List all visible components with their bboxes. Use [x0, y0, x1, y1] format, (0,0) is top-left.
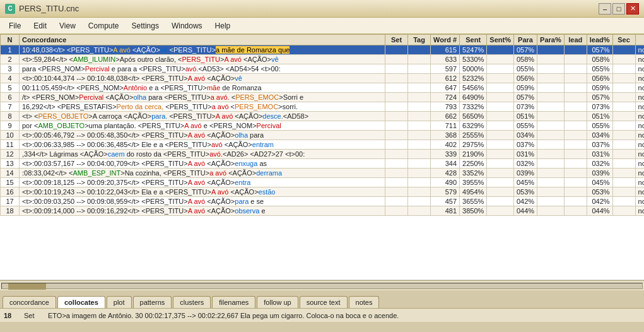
tab-collocates[interactable]: collocates: [57, 296, 105, 308]
cell-para: 042%: [513, 197, 537, 206]
cell-sent: 2250%: [460, 159, 487, 169]
status-bar: 18 Set ETO>a imagem de Antônio. 30 00:02…: [0, 308, 644, 322]
tab-filenames[interactable]: filenames: [212, 296, 255, 308]
table-row[interactable]: 110:48,038</t> <PERS_TITU>A avó <AÇÃO>vê…: [1, 45, 645, 55]
col-parapct[interactable]: Para%: [537, 35, 565, 45]
col-para[interactable]: Para: [513, 35, 537, 45]
col-leadpct[interactable]: lead%: [587, 35, 612, 45]
cell-concordance: <t>:00:06:33,985 --> 00:06:36,485</t> El…: [20, 140, 385, 150]
cell-sec: [612, 178, 635, 187]
cell-sentpct: [487, 197, 514, 206]
cell-sentpct: [487, 93, 514, 102]
cell-lead: [564, 159, 587, 169]
table-row[interactable]: 11<t>:00:06:33,985 --> 00:06:36,485</t> …: [1, 140, 645, 150]
tab-source-text[interactable]: source text: [300, 296, 348, 308]
table-row[interactable]: 15<t>:00:09:18,125 --> 00:09:20,375</t> …: [1, 178, 645, 187]
cell-word: 711: [431, 121, 460, 131]
col-n[interactable]: N: [1, 35, 20, 45]
table-row[interactable]: 18<t>:00:09:14,000 --> 00:09:16,292</t> …: [1, 206, 645, 216]
cell-n: 4: [1, 74, 20, 83]
cell-sentpct: [487, 206, 514, 216]
scroll-track[interactable]: [1, 283, 643, 289]
titlebar-left: C PERS_TITU.cnc: [5, 4, 79, 14]
cell-concordance: ,334</t> Lágrimas <AÇÃO>caem do rosto da…: [20, 150, 385, 159]
table-row[interactable]: 10<t>:00:05:46,792 --> 00:05:48,350</t> …: [1, 131, 645, 140]
col-concordance[interactable]: Concordance: [20, 35, 385, 45]
cell-para: 039%: [513, 169, 537, 178]
tab-clusters[interactable]: clusters: [173, 296, 211, 308]
col-lead[interactable]: lead: [564, 35, 587, 45]
table-row[interactable]: 16<t>:00:10:19,243 --> 00:10:22,043</t> …: [1, 187, 645, 197]
tab-notes[interactable]: notes: [349, 296, 380, 308]
menu-file[interactable]: File: [3, 20, 27, 32]
cell-para: 031%: [513, 150, 537, 159]
cell-sec: [612, 102, 635, 112]
cell-lead: [564, 83, 587, 93]
menu-compute[interactable]: Compute: [82, 20, 126, 32]
menu-settings[interactable]: Settings: [126, 20, 165, 32]
col-word[interactable]: Word #: [431, 35, 460, 45]
close-button[interactable]: ✕: [626, 3, 639, 15]
cell-lead: [564, 140, 587, 150]
tab-patterns[interactable]: patterns: [133, 296, 172, 308]
col-sec[interactable]: Sec: [612, 35, 635, 45]
col-tag[interactable]: Tag: [408, 35, 431, 45]
cell-secpct: notado_2002_EA: [635, 187, 644, 197]
cell-parapct: [537, 197, 565, 206]
table-row[interactable]: 716,292</t> <PERS_ESTAFIS>Perto da cerca…: [1, 102, 645, 112]
cell-lead: [564, 121, 587, 131]
cell-para: 051%: [513, 112, 537, 121]
cell-para: 057%: [513, 45, 537, 55]
tab-concordance[interactable]: concordance: [3, 296, 56, 308]
cell-leadpct: 057%: [587, 45, 612, 55]
horizontal-scrollbar[interactable]: [0, 280, 644, 290]
table-row[interactable]: 14:08:33,042</t> <AMB_ESP_INT>Na cozinha…: [1, 169, 645, 178]
col-sentpct[interactable]: Sent%: [487, 35, 514, 45]
menu-edit[interactable]: Edit: [27, 20, 53, 32]
table-row[interactable]: 8<t> <PERS_OBJETO>A carroça <AÇÃO>para. …: [1, 112, 645, 121]
maximize-button[interactable]: □: [612, 3, 625, 15]
minimize-button[interactable]: –: [599, 3, 611, 15]
cell-leadpct: 057%: [587, 93, 612, 102]
cell-para: 032%: [513, 159, 537, 169]
cell-parapct: [537, 206, 565, 216]
menu-view[interactable]: View: [53, 20, 82, 32]
concordance-table: N Concordance Set Tag Word # Sent Sent% …: [0, 34, 644, 216]
menu-help[interactable]: Help: [209, 20, 237, 32]
cell-set: [385, 121, 408, 131]
table-row[interactable]: 4<t>:00:10:44,374 --> 00:10:48,038</t> <…: [1, 74, 645, 83]
col-secpct[interactable]: Sec%: [635, 35, 644, 45]
cell-sent: 2555%: [460, 131, 487, 140]
table-row[interactable]: 13<t>:00:03:57,167 --> 00:04:00,709</t> …: [1, 159, 645, 169]
status-count: 18: [4, 312, 19, 319]
table-row[interactable]: 6/t> <PERS_NOM>Percival <AÇÃO>olha para …: [1, 93, 645, 102]
table-row[interactable]: 500:11:05,459</t> <PERS_NOM>Antônio e a …: [1, 83, 645, 93]
cell-sentpct: [487, 159, 514, 169]
cell-lead: [564, 74, 587, 83]
cell-parapct: [537, 150, 565, 159]
cell-sec: [612, 64, 635, 74]
scroll-thumb[interactable]: [8, 283, 46, 290]
menu-windows[interactable]: Windows: [165, 20, 209, 32]
table-row[interactable]: 3para <PERS_NOM>Percival e para a <PERS_…: [1, 64, 645, 74]
table-row[interactable]: 2<t>:59,284</t> <AMB_ILUMIN>Após outro c…: [1, 55, 645, 64]
cell-word: 457: [431, 197, 460, 206]
cell-para: 056%: [513, 74, 537, 83]
table-row[interactable]: 9por <AMB_OBJETO>uma plantação. <PERS_TI…: [1, 121, 645, 131]
cell-sent: 3352%: [460, 169, 487, 178]
cell-sec: [612, 93, 635, 102]
col-sent[interactable]: Sent: [460, 35, 487, 45]
cell-secpct: notado_2002_EA: [635, 64, 644, 74]
cell-word: 402: [431, 140, 460, 150]
tab-plot[interactable]: plot: [107, 296, 132, 308]
cell-tag: [408, 55, 431, 64]
tab-follow-up[interactable]: follow up: [257, 296, 298, 308]
cell-lead: [564, 131, 587, 140]
table-row[interactable]: 17<t>:00:09:03,250 --> 00:09:08,959</t> …: [1, 197, 645, 206]
cell-lead: [564, 178, 587, 187]
concordance-table-container[interactable]: N Concordance Set Tag Word # Sent Sent% …: [0, 34, 644, 280]
col-set[interactable]: Set: [385, 35, 408, 45]
cell-lead: [564, 102, 587, 112]
table-row[interactable]: 12,334</t> Lágrimas <AÇÃO>caem do rosto …: [1, 150, 645, 159]
cell-n: 2: [1, 55, 20, 64]
